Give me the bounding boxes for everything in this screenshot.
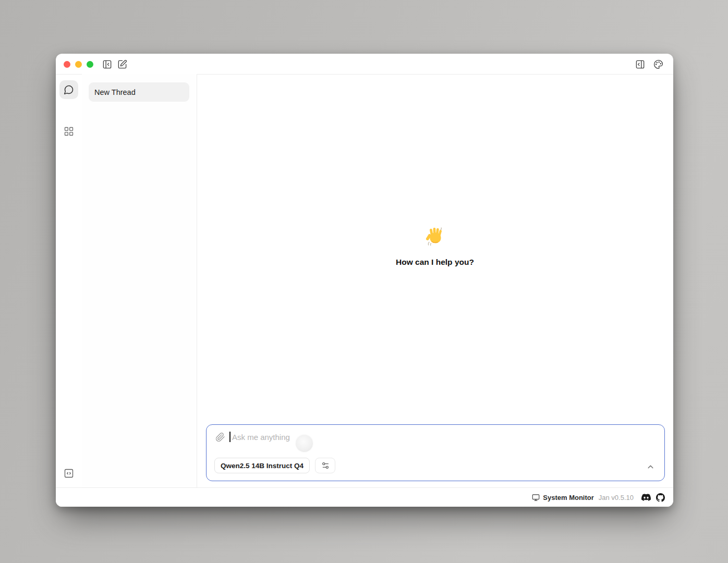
thread-list-item[interactable]: New Thread xyxy=(89,82,189,102)
jan-app-window: New Thread xyxy=(56,54,673,507)
paperclip-icon xyxy=(215,432,225,442)
model-selector-button[interactable]: Qwen2.5 14B Instruct Q4 xyxy=(214,458,310,473)
empty-state-greeting: How can I help you? xyxy=(197,226,673,267)
system-monitor-toggle[interactable]: System Monitor xyxy=(532,494,594,501)
thread-title: New Thread xyxy=(94,88,136,96)
close-window-button[interactable] xyxy=(64,61,70,68)
panel-right-open-icon[interactable] xyxy=(635,59,645,69)
theme-palette-icon[interactable] xyxy=(653,59,663,69)
monitor-icon xyxy=(532,494,540,501)
chat-bubble-icon xyxy=(64,84,74,95)
status-bar: System Monitor Jan v0.5.10 xyxy=(56,487,673,507)
message-input[interactable] xyxy=(232,430,451,444)
sidebar-item-threads[interactable] xyxy=(59,80,78,99)
chevron-up-icon xyxy=(646,462,655,471)
status-right-group: System Monitor Jan v0.5.10 xyxy=(532,488,665,507)
titlebar xyxy=(56,54,673,75)
hub-grid-icon xyxy=(64,126,74,137)
composer-controls: Qwen2.5 14B Instruct Q4 xyxy=(214,458,335,473)
model-name: Qwen2.5 14B Instruct Q4 xyxy=(221,462,304,470)
collapse-composer-button[interactable] xyxy=(646,462,655,471)
app-body: New Thread xyxy=(56,74,673,488)
new-thread-compose-icon[interactable] xyxy=(117,59,127,69)
discord-icon xyxy=(641,493,651,502)
sliders-icon xyxy=(321,461,330,470)
maximize-window-button[interactable] xyxy=(87,61,93,68)
thread-list-panel: New Thread xyxy=(82,74,197,488)
system-monitor-label: System Monitor xyxy=(543,494,594,501)
waving-hand-emoji xyxy=(424,226,446,248)
greeting-text: How can I help you? xyxy=(396,258,474,267)
attach-file-button[interactable] xyxy=(215,432,225,442)
discord-link[interactable] xyxy=(641,493,651,502)
app-version-label: Jan v0.5.10 xyxy=(599,494,634,501)
code-square-icon xyxy=(64,468,74,479)
main-chat-pane: How can I help you? Qwen2.5 14B Instruct… xyxy=(197,74,673,488)
text-caret xyxy=(229,432,230,442)
sidebar-item-hub[interactable] xyxy=(62,125,76,138)
chat-composer: Qwen2.5 14B Instruct Q4 xyxy=(206,424,665,481)
icon-rail xyxy=(56,74,82,488)
github-link[interactable] xyxy=(656,493,665,502)
github-icon xyxy=(656,493,665,502)
sidebar-item-local-api[interactable] xyxy=(62,467,76,480)
panel-left-close-icon[interactable] xyxy=(102,59,112,69)
desktop-background: New Thread xyxy=(0,0,728,563)
model-settings-button[interactable] xyxy=(315,458,335,473)
minimize-window-button[interactable] xyxy=(75,61,82,68)
